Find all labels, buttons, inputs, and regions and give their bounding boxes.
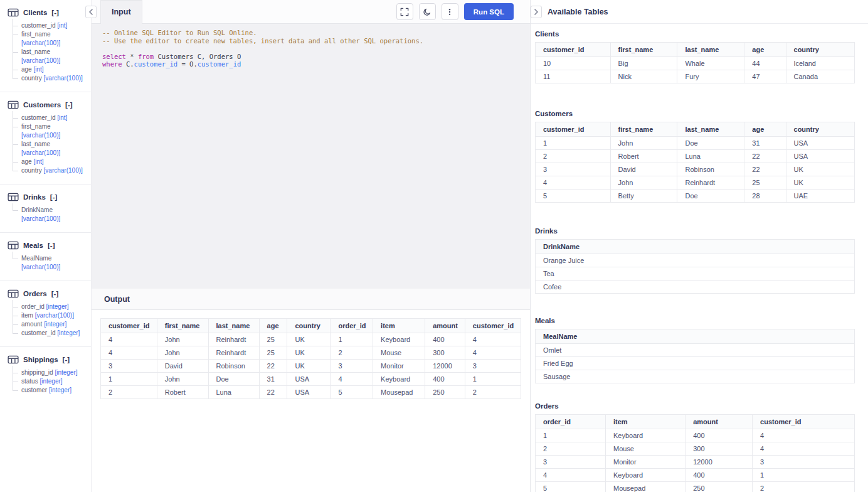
schema-column: customer_id [int]	[13, 21, 85, 30]
available-tables-header: Available Tables	[531, 0, 868, 24]
dark-mode-toggle-button[interactable]	[419, 3, 436, 20]
table-row: Fried Egg	[536, 357, 855, 370]
table-icon	[8, 355, 19, 364]
column-header: last_name	[677, 122, 744, 137]
table-cell: 1	[101, 373, 157, 386]
collapse-right-panel-button[interactable]	[531, 6, 542, 18]
schema-column: item [varchar(100)]	[13, 311, 85, 320]
table-cell: 28	[744, 190, 786, 203]
table-cell: Robinson	[208, 360, 259, 373]
table-cell: 4	[101, 346, 157, 360]
table-row: 1JohnDoe31USA	[536, 137, 855, 150]
table-cell: USA	[786, 150, 854, 163]
schema-sidebar: Clients[-]customer_id [int]first_name [v…	[0, 0, 92, 492]
table-icon	[8, 289, 19, 298]
schema-table-header[interactable]: Meals[-]	[8, 241, 85, 250]
table-row: 5BettyDoe28UAE	[536, 190, 855, 203]
table-cell: 400	[425, 373, 465, 386]
sql-editor-app: Clients[-]customer_id [int]first_name [v…	[0, 0, 868, 492]
table-row: Omlet	[536, 344, 855, 357]
table-cell: 5	[536, 482, 606, 492]
table-cell: 47	[744, 70, 786, 83]
available-table-title: Drinks	[535, 227, 855, 235]
schema-column: status [integer]	[13, 377, 85, 386]
schema-columns: MealName [varchar(100)]	[13, 254, 85, 272]
table-cell: 2	[536, 150, 611, 163]
schema-table-header[interactable]: Customers[-]	[8, 100, 85, 109]
table-cell: Fury	[677, 70, 744, 83]
collapse-left-panel-button[interactable]	[85, 6, 97, 18]
table-row: Sausage	[536, 370, 855, 383]
column-header: customer_id	[101, 319, 157, 333]
table-row: 4Keyboard4001	[536, 469, 855, 482]
collapse-toggle[interactable]: [-]	[63, 356, 70, 363]
schema-column: country [varchar(100)]	[13, 74, 85, 83]
table-cell: 4	[753, 442, 855, 456]
output-body: customer_idfirst_namelast_nameagecountry…	[92, 310, 530, 492]
table-header-row: DrinkName	[536, 240, 855, 254]
tab-input-label: Input	[112, 8, 131, 16]
collapse-toggle[interactable]: [-]	[51, 290, 59, 297]
table-cell: 3	[536, 163, 611, 176]
available-table-title: Customers	[535, 110, 855, 117]
fullscreen-button[interactable]	[396, 3, 413, 20]
column-header: amount	[685, 415, 753, 429]
available-table-customers: customer_idfirst_namelast_nameagecountry…	[535, 122, 855, 203]
available-table-section-clients: Clientscustomer_idfirst_namelast_nameage…	[535, 30, 855, 83]
collapse-toggle[interactable]: [-]	[50, 193, 58, 201]
collapse-toggle[interactable]: [-]	[51, 9, 59, 16]
tab-input[interactable]: Input	[100, 0, 142, 24]
table-cell: Keyboard	[605, 429, 685, 442]
table-cell: Reinhardt	[208, 346, 259, 360]
schema-table-header[interactable]: Drinks[-]	[8, 193, 85, 201]
table-header-row: customer_idfirst_namelast_nameagecountry	[536, 122, 855, 137]
table-cell: Keyboard	[373, 333, 425, 346]
more-options-button[interactable]	[442, 3, 458, 20]
fullscreen-icon	[400, 8, 409, 16]
output-result-table: customer_idfirst_namelast_nameagecountry…	[100, 318, 521, 399]
schema-table-name: Meals	[23, 242, 43, 249]
table-cell: 25	[744, 176, 786, 190]
table-cell: 4	[536, 176, 611, 190]
table-icon	[8, 241, 19, 250]
table-cell: Tea	[536, 267, 855, 281]
collapse-toggle[interactable]: [-]	[65, 101, 73, 109]
collapse-toggle[interactable]: [-]	[48, 242, 55, 249]
table-cell: 31	[744, 137, 786, 150]
table-cell: Robert	[157, 386, 208, 399]
run-sql-button[interactable]: Run SQL	[464, 3, 514, 20]
table-cell: 400	[425, 333, 465, 346]
table-cell: 3	[331, 360, 373, 373]
available-table-title: Clients	[535, 30, 855, 38]
table-cell: 400	[685, 469, 753, 482]
column-header: age	[259, 319, 287, 333]
table-row: 3DavidRobinson22UK3Monitor120003	[101, 360, 521, 373]
column-header: customer_id	[536, 43, 611, 57]
table-cell: Keyboard	[605, 469, 685, 482]
schema-columns: shipping_id [integer]status [integer]cus…	[13, 368, 85, 395]
table-cell: 4	[536, 469, 606, 482]
table-cell: John	[610, 176, 677, 190]
table-cell: Keyboard	[373, 373, 425, 386]
table-cell: 5	[331, 386, 373, 399]
moon-icon	[423, 8, 431, 16]
kebab-menu-icon	[445, 8, 454, 16]
schema-column: customer_id [int]	[13, 114, 85, 122]
available-table-title: Meals	[535, 317, 855, 324]
schema-table-header[interactable]: Shippings[-]	[8, 355, 85, 364]
sql-code-editor[interactable]: -- Online SQL Editor to Run SQL Online.-…	[92, 24, 530, 289]
available-table-meals: MealNameOmletFried EggSausage	[535, 329, 855, 383]
table-cell: Canada	[786, 70, 854, 83]
schema-table-name: Customers	[23, 101, 61, 109]
table-row: 3DavidRobinson22UK	[536, 163, 855, 176]
schema-table-header[interactable]: Clients[-]	[8, 8, 85, 17]
table-cell: Robinson	[677, 163, 744, 176]
table-cell: 1	[536, 137, 611, 150]
schema-column: age [int]	[13, 65, 85, 74]
table-cell: 4	[101, 333, 157, 346]
schema-group-drinks: Drinks[-]DrinkName [varchar(100)]	[0, 184, 91, 233]
schema-table-header[interactable]: Orders[-]	[8, 289, 85, 298]
column-header: customer_id	[465, 319, 521, 333]
schema-column: first_name [varchar(100)]	[13, 30, 85, 48]
column-header: item	[605, 415, 685, 429]
